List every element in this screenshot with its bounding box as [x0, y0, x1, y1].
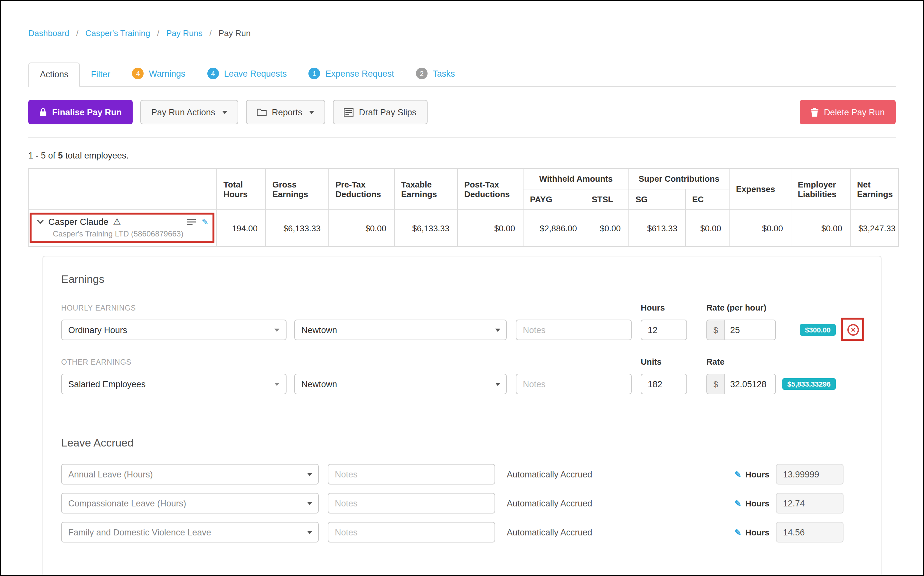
draft-pay-slips-label: Draft Pay Slips: [359, 107, 417, 117]
ec-value: $0.00: [685, 210, 729, 246]
delete-earning-line-wrap: ×: [846, 323, 860, 337]
leave-hours-label: Hours: [745, 527, 769, 537]
leave-hours-value[interactable]: [776, 464, 844, 485]
sg-header: SG: [629, 189, 685, 210]
delete-earning-line-icon[interactable]: ×: [847, 324, 859, 336]
tab-leave-requests-label: Leave Requests: [224, 69, 287, 78]
draft-pay-slips-button[interactable]: Draft Pay Slips: [333, 100, 428, 124]
leave-type-select[interactable]: Family and Domestic Violence Leave: [61, 522, 319, 542]
expenses-header: Expenses: [729, 168, 791, 210]
rate-per-hour-column-label: Rate (per hour): [706, 303, 766, 312]
employee-company: Casper's Training LTD (58606879663): [53, 229, 209, 238]
breadcrumb-pay-runs[interactable]: Pay Runs: [166, 28, 203, 38]
employer-liabilities-value: $0.00: [791, 210, 850, 246]
lock-icon: [39, 107, 47, 117]
breadcrumb-separator: /: [209, 28, 212, 38]
finalise-pay-run-button[interactable]: Finalise Pay Run: [28, 100, 132, 124]
finalise-pay-run-label: Finalise Pay Run: [52, 107, 122, 117]
location-select[interactable]: Newtown: [294, 320, 507, 340]
earnings-section-title: Earnings: [61, 273, 863, 286]
post-tax-deductions-value: $0.00: [458, 210, 523, 246]
gross-earnings-value: $6,133.33: [266, 210, 329, 246]
rate-input[interactable]: [725, 320, 776, 340]
employee-count-range: 1 - 5 of: [28, 151, 55, 160]
tab-actions[interactable]: Actions: [28, 62, 80, 87]
hours-column-label: Hours: [641, 303, 665, 312]
chevron-down-icon[interactable]: [37, 219, 44, 224]
line-total-badge: $5,833.33296: [782, 378, 836, 390]
edit-pencil-icon[interactable]: ✎: [734, 528, 742, 536]
leave-accrued-section-title: Leave Accrued: [61, 437, 863, 450]
employee-name-cell[interactable]: Casper Claude ⚠ ✎ Casper's Training LTD …: [29, 210, 217, 246]
earning-notes-input[interactable]: [516, 320, 632, 340]
stsl-header: STSL: [585, 189, 629, 210]
taxable-earnings-header: Taxable Earnings: [394, 168, 458, 210]
leave-notes-input[interactable]: [328, 464, 495, 485]
units-input[interactable]: [641, 374, 687, 394]
pre-tax-deductions-header: Pre-Tax Deductions: [329, 168, 394, 210]
earning-type-select[interactable]: Salaried Employees: [61, 374, 287, 394]
rate-input[interactable]: [725, 374, 776, 394]
net-earnings-value: $3,247.33: [850, 210, 898, 246]
delete-pay-run-button[interactable]: Delete Pay Run: [800, 100, 896, 124]
leave-hours-label: Hours: [745, 469, 769, 479]
tab-filter[interactable]: Filter: [80, 63, 121, 86]
currency-symbol: $: [706, 320, 725, 340]
earning-type-value: Ordinary Hours: [68, 325, 127, 335]
tab-tasks[interactable]: 2 Tasks: [405, 61, 466, 86]
edit-pencil-icon[interactable]: ✎: [201, 218, 209, 226]
stsl-value: $0.00: [585, 210, 629, 246]
total-hours-header: Total Hours: [217, 168, 266, 210]
location-select[interactable]: Newtown: [294, 374, 507, 394]
breadcrumb-business[interactable]: Casper's Training: [85, 28, 150, 38]
breadcrumb-separator: /: [157, 28, 160, 38]
leave-type-select[interactable]: Compassionate Leave (Hours): [61, 493, 319, 514]
leave-type-select[interactable]: Annual Leave (Hours): [61, 464, 319, 485]
employee-count-summary: 1 - 5 of 5 total employees.: [28, 151, 896, 160]
leave-notes-input[interactable]: [328, 522, 495, 542]
other-earnings-label-row: OTHER EARNINGS Units Rate: [61, 356, 863, 367]
location-select-wrap: Newtown: [294, 374, 507, 394]
earning-type-select[interactable]: Ordinary Hours: [61, 320, 287, 340]
edit-pencil-icon[interactable]: ✎: [734, 470, 742, 478]
tab-leave-requests[interactable]: 4 Leave Requests: [196, 61, 298, 86]
earning-notes-input[interactable]: [516, 374, 632, 394]
hourly-earnings-section-label: HOURLY EARNINGS: [61, 304, 136, 312]
employee-name[interactable]: Casper Claude: [48, 216, 109, 227]
warning-icon: ⚠: [113, 217, 121, 226]
edit-pencil-icon[interactable]: ✎: [734, 499, 742, 507]
expense-request-count-badge: 1: [309, 68, 320, 79]
breadcrumb-dashboard[interactable]: Dashboard: [28, 28, 69, 38]
pre-tax-deductions-value: $0.00: [329, 210, 394, 246]
super-contributions-group-header: Super Contributions: [629, 168, 729, 189]
tab-expense-request[interactable]: 1 Expense Request: [298, 61, 405, 86]
folder-icon: [257, 108, 267, 116]
rate-input-group: $: [706, 374, 776, 394]
leave-hours-value[interactable]: [776, 522, 844, 542]
hourly-earnings-row: Ordinary Hours Newtown: [61, 320, 863, 340]
location-select-wrap: Newtown: [294, 320, 507, 340]
notes-list-icon[interactable]: [187, 218, 196, 225]
tasks-count-badge: 2: [416, 68, 428, 79]
rate-input-group: $: [706, 320, 776, 340]
leave-type-select-wrap: Annual Leave (Hours): [61, 464, 319, 485]
pay-run-actions-button[interactable]: Pay Run Actions: [140, 100, 238, 124]
leave-type-select-wrap: Compassionate Leave (Hours): [61, 493, 319, 514]
automatically-accrued-label: Automatically Accrued: [507, 527, 734, 537]
hourly-earnings-label-row: HOURLY EARNINGS Hours Rate (per hour): [61, 302, 863, 313]
tab-warnings[interactable]: 4 Warnings: [121, 61, 196, 86]
leave-requests-count-badge: 4: [207, 68, 219, 79]
delete-pay-run-label: Delete Pay Run: [824, 107, 885, 117]
other-earnings-section-label: OTHER EARNINGS: [61, 358, 131, 366]
currency-symbol: $: [706, 374, 725, 394]
hours-input[interactable]: [641, 320, 687, 340]
leave-notes-input[interactable]: [328, 493, 495, 514]
leave-hours-value[interactable]: [776, 493, 844, 514]
breadcrumb-current: Pay Run: [219, 28, 251, 38]
units-column-label: Units: [641, 357, 662, 366]
taxable-earnings-value: $6,133.33: [394, 210, 458, 246]
tab-bar: Actions Filter 4 Warnings 4 Leave Reques…: [28, 61, 896, 87]
leave-accrued-row: Compassionate Leave (Hours) Automaticall…: [61, 493, 863, 514]
reports-button[interactable]: Reports: [246, 100, 326, 124]
tab-actions-label: Actions: [40, 70, 69, 79]
